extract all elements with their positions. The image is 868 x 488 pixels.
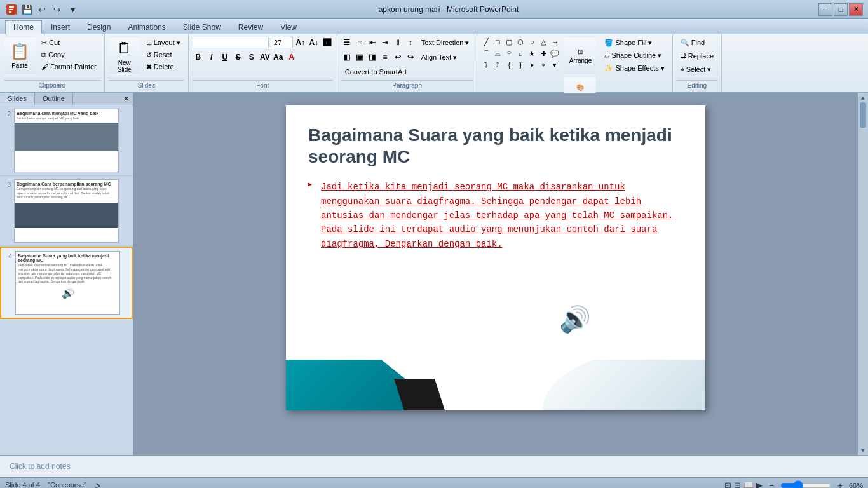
shape-effects-button[interactable]: ✨ Shape Effects ▾ (600, 62, 668, 74)
numbering-button[interactable]: ≡ (354, 37, 365, 48)
shape-roundrect-btn[interactable]: ▢ (504, 37, 514, 47)
slide-thumb-4[interactable]: 4 Bagaimana Suara yang baik ketika menja… (0, 247, 133, 319)
bullets-button[interactable]: ☰ (341, 37, 353, 48)
zoom-in-button[interactable]: + (835, 480, 845, 489)
font-name-combo[interactable] (193, 37, 269, 48)
align-center-button[interactable]: ▣ (354, 51, 365, 63)
tab-animations[interactable]: Animations (119, 20, 173, 34)
shape-t2-btn[interactable]: ⌖ (538, 60, 548, 70)
scroll-up-button[interactable]: ▲ (860, 94, 866, 101)
shape-snip-btn[interactable]: ⬡ (515, 37, 526, 47)
shape-r3-btn[interactable]: ⤵ (481, 60, 491, 70)
slide-sorter-button[interactable]: ⊟ (734, 480, 741, 488)
bold-button[interactable]: B (193, 51, 204, 63)
format-painter-button[interactable]: 🖌 Format Painter (37, 61, 100, 72)
shape-triangle-btn[interactable]: △ (538, 37, 548, 47)
tab-design[interactable]: Design (79, 20, 119, 34)
convert-smartart-button[interactable]: Convert to SmartArt (341, 66, 410, 78)
restore-button[interactable]: □ (834, 3, 848, 16)
cut-button[interactable]: ✂ Cut (37, 37, 100, 48)
copy-button[interactable]: ⧉ Copy (37, 49, 100, 60)
change-case-button[interactable]: Aa (273, 51, 284, 63)
new-slide-button[interactable]: 🗒 New Slide (109, 37, 140, 75)
shape-star-btn[interactable]: ★ (527, 48, 537, 58)
shape-freeform-btn[interactable]: ⌔ (504, 48, 514, 58)
reset-button[interactable]: ↺ Reset (142, 49, 184, 60)
shape-more-btn[interactable]: ▾ (550, 60, 560, 70)
align-left-button[interactable]: ◧ (341, 51, 353, 63)
shape-r2-btn[interactable]: ⌕ (515, 48, 526, 58)
delete-button[interactable]: ✖ Delete (142, 61, 184, 72)
font-color-button[interactable]: A (286, 51, 297, 63)
shape-arrow-btn[interactable]: → (550, 37, 560, 47)
audio-icon[interactable]: 🔊 (559, 304, 591, 334)
vertical-scrollbar[interactable]: ▲ ▼ (858, 93, 868, 455)
zoom-slider[interactable] (780, 480, 831, 489)
tab-slideshow[interactable]: Slide Show (175, 20, 229, 34)
tab-insert[interactable]: Insert (43, 20, 78, 34)
scroll-thumb[interactable] (860, 102, 866, 128)
decrease-font-button[interactable]: A↓ (308, 37, 320, 48)
increase-font-button[interactable]: A↑ (295, 37, 306, 48)
tab-outline[interactable]: Outline (35, 93, 73, 105)
tab-home[interactable]: Home (5, 20, 42, 34)
shape-ellipse-btn[interactable]: ○ (527, 37, 537, 47)
font-size-input[interactable] (271, 37, 293, 48)
layout-button[interactable]: ⊞ Layout ▾ (142, 37, 184, 48)
italic-button[interactable]: I (206, 51, 217, 63)
clear-format-button[interactable]: 🅰 (322, 37, 333, 48)
paste-button[interactable]: 📋 Paste (4, 37, 36, 75)
strikethrough-button[interactable]: S (233, 51, 244, 63)
shape-eq-btn[interactable]: ♦ (527, 60, 537, 70)
slide-thumb-3[interactable]: 3 Bagaimana Cara berpenampilan seorang M… (0, 176, 133, 247)
shape-rect-btn[interactable]: □ (492, 37, 503, 47)
line-spacing-button[interactable]: ↕ (405, 37, 416, 48)
ltr-button[interactable]: ↪ (405, 51, 416, 63)
notes-bar[interactable]: Click to add notes (0, 455, 868, 477)
undo-button[interactable]: ↩ (36, 3, 48, 16)
normal-view-button[interactable]: ⊞ (724, 480, 731, 488)
increase-indent-button[interactable]: ⇥ (379, 37, 391, 48)
minimize-button[interactable]: ─ (818, 3, 832, 16)
shape-b2-btn[interactable]: ⤴ (492, 60, 503, 70)
shape-brace-btn[interactable]: } (515, 60, 526, 70)
find-button[interactable]: 🔍 Find (677, 37, 709, 48)
shape-line-btn[interactable]: ╱ (481, 37, 491, 47)
save-button[interactable]: 💾 (20, 3, 33, 16)
tab-view[interactable]: View (272, 20, 305, 34)
align-text-button[interactable]: Align Text ▾ (417, 51, 461, 63)
char-spacing-button[interactable]: AV (259, 51, 271, 63)
zoom-out-button[interactable]: − (766, 480, 776, 489)
shape-curve-btn[interactable]: ⌓ (492, 48, 503, 58)
shape-outline-button[interactable]: ▱ Shape Outline ▾ (600, 50, 668, 61)
shape-cross-btn[interactable]: ✚ (538, 48, 548, 58)
justify-button[interactable]: ≡ (379, 51, 391, 63)
replace-button[interactable]: ⇄ Replace (677, 50, 717, 62)
rtl-button[interactable]: ↩ (392, 51, 403, 63)
select-button[interactable]: ⌖ Select ▾ (677, 64, 715, 75)
tab-review[interactable]: Review (230, 20, 271, 34)
scroll-down-button[interactable]: ▼ (860, 447, 866, 454)
slide-body[interactable]: Jadi ketika kita menjadi seorang MC maka… (308, 180, 683, 251)
underline-button[interactable]: U (219, 51, 231, 63)
shape-fill-button[interactable]: 🪣 Shape Fill ▾ (600, 37, 668, 48)
redo-button[interactable]: ↪ (51, 3, 64, 16)
slide-show-button[interactable]: ▶ (756, 480, 763, 488)
col-button[interactable]: ⫴ (392, 37, 403, 48)
align-right-button[interactable]: ◨ (367, 51, 378, 63)
decrease-indent-button[interactable]: ⇤ (367, 37, 378, 48)
shape-c2-btn[interactable]: ⌒ (481, 48, 491, 58)
tab-slides[interactable]: Slides (0, 93, 35, 105)
close-button[interactable]: ✕ (849, 3, 863, 16)
panel-close-button[interactable]: ✕ (119, 93, 133, 105)
text-shadow-button[interactable]: S (246, 51, 257, 63)
reading-view-button[interactable]: 📖 (743, 480, 754, 488)
text-direction-button[interactable]: Text Direction ▾ (417, 37, 473, 48)
shape-callout-btn[interactable]: 💬 (550, 48, 560, 58)
customize-qat-button[interactable]: ▾ (66, 3, 79, 16)
cut-label: Cut (49, 39, 60, 46)
slide-title[interactable]: Bagaimana Suara yang baik ketika menjadi… (308, 125, 683, 167)
slide-thumb-2[interactable]: 2 Bagaimana cara menjadi MC yang baik Be… (0, 105, 133, 176)
shape-b3-btn[interactable]: { (504, 60, 514, 70)
arrange-button[interactable]: ⊡ Arrange (564, 37, 596, 75)
